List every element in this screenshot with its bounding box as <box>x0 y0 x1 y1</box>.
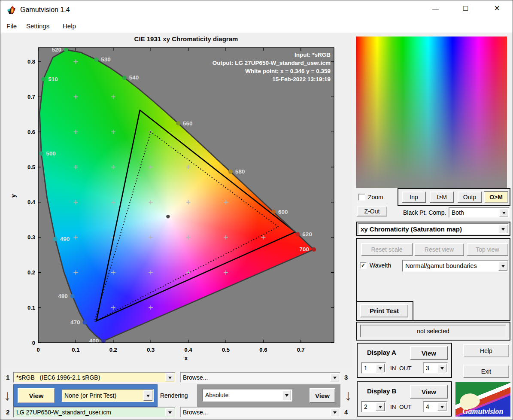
dropdown-arrow-icon[interactable] <box>165 408 174 416</box>
dropdown-arrow-icon[interactable] <box>437 402 446 411</box>
svg-text:0.5: 0.5 <box>222 347 230 353</box>
print-test-profile-dropdown[interactable]: None (or Print Test) <box>61 389 154 402</box>
black-pt-comp-label: Black Pt. Comp. <box>403 209 446 216</box>
dropdown-arrow-icon[interactable] <box>330 373 339 381</box>
view-mode-dropdown[interactable]: xy Chromaticity (Saturation map) <box>358 223 509 234</box>
left-flow-arrow-icon: ↓ <box>3 385 12 405</box>
app-icon <box>6 4 18 15</box>
menu-bar: File Settings Help <box>0 20 513 33</box>
print-test-button[interactable]: Print Test <box>360 304 408 317</box>
display-b-in-out-label: IN OUT <box>390 404 412 410</box>
dropdown-arrow-icon[interactable] <box>143 390 152 401</box>
exit-button[interactable]: Exit <box>463 365 509 378</box>
display-b-title: Display B <box>367 387 396 395</box>
display-a-out-dropdown[interactable]: 3 <box>423 362 448 374</box>
y-axis-label: y <box>10 194 17 198</box>
profile4-dropdown[interactable]: Browse... <box>180 407 340 417</box>
svg-text:0.7: 0.7 <box>297 347 305 353</box>
reset-view-button[interactable]: Reset view <box>414 243 464 256</box>
svg-text:0.8: 0.8 <box>27 58 35 65</box>
view-output-button[interactable]: View <box>310 388 335 403</box>
selection-status-field: not selected <box>360 325 506 337</box>
dropdown-arrow-icon[interactable] <box>376 364 385 372</box>
rendering-intent-dropdown[interactable]: Absolute <box>202 389 292 402</box>
input-gamut-triangle <box>94 132 278 322</box>
menu-settings[interactable]: Settings <box>24 21 51 30</box>
slot4-number: 4 <box>344 408 348 416</box>
zoom-checkbox[interactable] <box>358 194 365 201</box>
menu-file[interactable]: File <box>5 21 18 30</box>
dropdown-arrow-icon[interactable] <box>499 208 508 216</box>
chart-overlay: 4004704804905005105205305405605806006207… <box>4 33 352 368</box>
svg-text:0.6: 0.6 <box>27 129 35 135</box>
wavelength-dot-510 <box>41 77 46 81</box>
svg-text:0.1: 0.1 <box>72 347 79 353</box>
z-out-button[interactable]: Z-Out <box>357 206 387 216</box>
svg-text:0.6: 0.6 <box>259 347 267 353</box>
dropdown-arrow-icon[interactable] <box>165 373 174 381</box>
dropdown-arrow-icon[interactable] <box>376 402 385 411</box>
wavelth-checkbox[interactable]: ✓ <box>360 262 367 269</box>
display-b-out-dropdown[interactable]: 4 <box>423 401 448 412</box>
top-view-button[interactable]: Top view <box>467 243 508 256</box>
wavelength-dot-520 <box>64 48 68 52</box>
minimize-button[interactable]: — <box>432 5 439 12</box>
svg-text:0.4: 0.4 <box>27 199 36 205</box>
wavelength-label-530: 530 <box>101 56 111 63</box>
svg-text:0.3: 0.3 <box>147 347 155 353</box>
profile3-dropdown[interactable]: Browse... <box>180 372 340 383</box>
svg-text:0.7: 0.7 <box>27 94 35 100</box>
dropdown-arrow-icon[interactable] <box>498 261 507 271</box>
boundaries-dropdown[interactable]: Normal/gamut boundaries <box>402 260 509 272</box>
wavelength-label-580: 580 <box>235 168 245 175</box>
wavelength-label-400: 400 <box>89 338 99 344</box>
window-title: Gamutvision 1.4 <box>20 6 70 14</box>
outp-button[interactable]: Outp <box>458 192 482 203</box>
black-pt-comp-dropdown[interactable]: Both <box>449 207 510 218</box>
maximize-button[interactable]: □ <box>463 4 468 13</box>
slot1-number: 1 <box>6 374 9 381</box>
help-button[interactable]: Help <box>463 344 509 357</box>
close-button[interactable]: × <box>494 3 500 14</box>
o-to-m-button[interactable]: O>M <box>484 191 508 203</box>
i-to-m-button[interactable]: I>M <box>430 192 454 203</box>
logo-text: Gamutvision <box>455 407 510 416</box>
reset-scale-button[interactable]: Reset scale <box>361 243 413 256</box>
menu-help[interactable]: Help <box>61 21 78 30</box>
wavelength-dot-480 <box>70 294 75 298</box>
zoom-checkbox-label: Zoom <box>368 194 383 201</box>
display-a-view-button[interactable]: View <box>410 346 448 360</box>
output-gamut-triangle <box>97 110 295 321</box>
input-view-panel: View None (or Print Test) <box>13 384 158 407</box>
display-b-view-button[interactable]: View <box>410 385 448 399</box>
wavelength-label-490: 490 <box>60 236 70 242</box>
svg-text:0: 0 <box>36 347 39 353</box>
dropdown-arrow-icon[interactable] <box>282 390 291 400</box>
dropdown-arrow-icon[interactable] <box>330 408 339 416</box>
display-a-in-dropdown[interactable]: 1 <box>361 362 386 374</box>
right-flow-arrow-icon: ↓ <box>343 385 353 405</box>
view-input-button[interactable]: View <box>18 388 55 403</box>
wavelength-label-560: 560 <box>183 120 193 127</box>
display-b-in-dropdown[interactable]: 2 <box>361 401 386 412</box>
svg-text:0.5: 0.5 <box>27 164 35 170</box>
wavelength-dot-470 <box>82 320 87 325</box>
dropdown-arrow-icon[interactable] <box>498 225 507 233</box>
svg-text:0.2: 0.2 <box>27 269 35 276</box>
grid-plus-markers <box>73 60 265 310</box>
title-bar: Gamutvision 1.4 — □ × <box>0 0 513 20</box>
chromaticity-figure: CIE 1931 xy Chromaticity diagram 4004704… <box>4 33 352 368</box>
wavelength-dot-490 <box>53 237 58 241</box>
wavelength-dot-620 <box>295 232 300 237</box>
wavelength-label-700: 700 <box>300 246 310 253</box>
wavelength-dot-580 <box>228 170 233 174</box>
wavelength-label-500: 500 <box>46 150 56 157</box>
chart-annotation: 15-Feb-2022 13:19:19 <box>272 76 331 82</box>
profile1-dropdown[interactable]: *sRGB (IEC6 1996-2.1 sRGB) <box>13 372 176 383</box>
display-a-title: Display A <box>367 349 396 356</box>
dropdown-arrow-icon[interactable] <box>437 364 446 372</box>
profile2-dropdown[interactable]: LG 27UP650-W_standard_user.icm <box>13 407 176 417</box>
gamutvision-logo: Gamutvision <box>455 382 510 417</box>
inp-button[interactable]: Inp <box>402 192 426 203</box>
x-axis-label: x <box>38 355 334 362</box>
